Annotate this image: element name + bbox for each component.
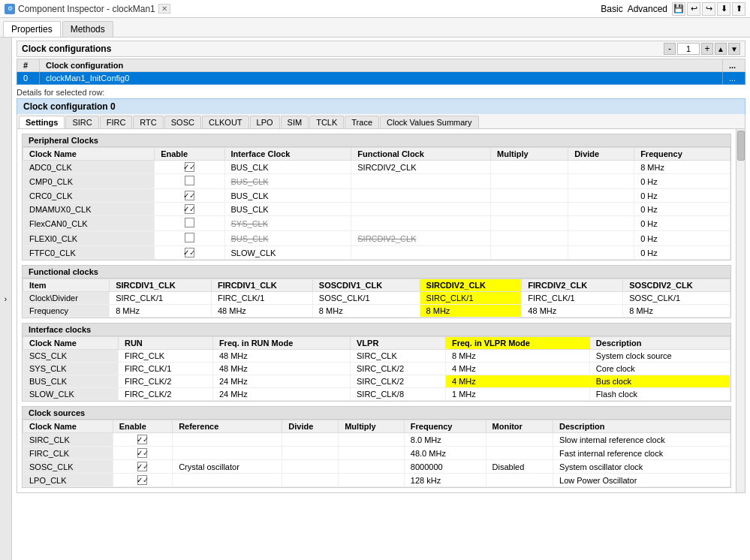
prow-cmp0-interface[interactable]: BUS_CLK [224,174,351,189]
sosc-checkbox[interactable]: ✓ [137,462,147,471]
expand-icon[interactable]: ⬇ [717,2,730,16]
frow-divider-sirc2: SIRC_CLK/1 [420,292,522,305]
prow-flexcan0-enable[interactable] [155,216,224,231]
tab-rtc[interactable]: RTC [133,116,163,128]
prow-adc0-divide [568,161,634,174]
config-row-action[interactable]: ... [723,72,745,85]
prow-adc0: ADC0_CLK ✓ BUS_CLK SIRCDIV2_CLK 8 MHz [23,161,730,174]
prow-adc0-enable[interactable]: ✓ [155,161,224,174]
basic-button[interactable]: Basic [601,4,622,14]
sirc-checkbox[interactable]: ✓ [137,435,147,444]
prow-crc0-freq: 0 Hz [634,189,730,203]
prow-flexcan0-freq: 0 Hz [634,216,730,231]
config-row-name: clockMan1_InitConfig0 [40,72,723,85]
irow-bus-name: BUS_CLK [23,375,119,388]
prow-cmp0-enable[interactable] [155,174,224,189]
clock-config-title: Clock configurations [22,44,664,54]
prow-dmamux0-interface[interactable]: BUS_CLK [224,203,351,216]
frow-freq-firc1: 48 MHz [211,305,312,318]
collapse-icon[interactable]: ⬆ [732,2,745,16]
nav-plus[interactable]: + [701,43,713,55]
prow-flexi0-enable[interactable] [155,231,224,246]
adc0-checkbox[interactable]: ✓ [185,162,194,172]
nav-minus[interactable]: - [664,43,676,55]
prow-cmp0-multiply [491,174,568,189]
toolbar-icons: 💾 ↩ ↪ ⬇ ⬆ [672,2,745,16]
tab-clock-values[interactable]: Clock Values Summary [380,116,479,128]
undo-icon[interactable]: ↩ [687,2,700,16]
flexi0-checkbox[interactable] [185,233,194,242]
srow-firc-enable[interactable]: ✓ [113,447,172,460]
prow-crc0-multiply [491,189,568,203]
irow-slow-run: FIRC_CLK/2 [118,388,212,401]
irow-bus-vlprfreq: 4 MHz [445,375,589,388]
lpo-checkbox[interactable]: ✓ [137,475,147,485]
srow-lpo-enable[interactable]: ✓ [113,474,172,487]
config-row-0[interactable]: 0 clockMan1_InitConfig0 ... [17,72,745,85]
prow-ftfc0-interface[interactable]: SLOW_CLK [224,246,351,260]
prow-adc0-interface[interactable]: BUS_CLK [224,161,351,174]
srow-sirc-desc: Slow internal reference clock [553,433,730,447]
prow-crc0-interface[interactable]: BUS_CLK [224,189,351,203]
tab-sirc[interactable]: SIRC [65,116,98,128]
cmp0-checkbox[interactable] [185,176,194,185]
tab-lpo[interactable]: LPO [250,116,280,128]
tab-clkout[interactable]: CLKOUT [202,116,249,128]
dmamux0-checkbox[interactable]: ✓ [185,204,194,214]
frow-divider-sosc1: SOSC_CLK/1 [312,292,420,305]
interface-clocks-section: Interface clocks Clock Name RUN Freq. in… [22,323,731,402]
srow-sosc-ref[interactable]: Crystal oscillator [173,460,282,474]
prow-flexi0-freq: 0 Hz [634,231,730,246]
irow-bus-runfreq: 24 MHz [212,375,350,388]
flexcan0-checkbox[interactable] [185,218,194,227]
nav-down[interactable]: ▼ [728,43,740,55]
scol-divide: Divide [282,420,339,433]
irow-slow-desc: Flash clock [589,388,730,401]
prow-flexcan0-interface[interactable]: SYS_CLK [224,216,351,231]
prow-cmp0-divide [568,174,634,189]
srow-sirc-enable[interactable]: ✓ [113,433,172,447]
tab-settings[interactable]: Settings [19,116,65,128]
redo-icon[interactable]: ↪ [702,2,715,16]
prow-ftfc0-enable[interactable]: ✓ [155,246,224,260]
left-panel-toggle[interactable]: › [0,38,12,560]
crc0-checkbox[interactable]: ✓ [185,191,194,200]
title-close-icon[interactable]: ✕ [158,4,170,14]
prow-crc0-enable[interactable]: ✓ [155,189,224,203]
tab-firc[interactable]: FIRC [100,116,133,128]
irow-sys-name: SYS_CLK [23,363,119,375]
prow-flexi0-interface[interactable]: BUS_CLK [224,231,351,246]
frow-freq-sosc2: 8 MHz [623,305,730,318]
srow-lpo-multiply [339,474,405,487]
irow-scs-desc: System clock source [589,350,730,363]
fcol-fircdiv2: FIRCDIV2_CLK [522,279,623,292]
tab-sim[interactable]: SIM [281,116,309,128]
irow-sys-runfreq: 48 MHz [212,363,350,375]
ftfc0-checkbox[interactable]: ✓ [185,248,194,257]
clock-config-table: # Clock configuration ... 0 clockMan1_In… [17,59,745,85]
prow-dmamux0-functional [351,203,491,216]
prow-adc0-functional[interactable]: SIRCDIV2_CLK [351,161,491,174]
scol-monitor: Monitor [486,420,553,433]
nav-up[interactable]: ▲ [715,43,727,55]
prow-dmamux0-enable[interactable]: ✓ [155,203,224,216]
frow-freq-sirc2: 8 MHz [420,305,522,318]
irow-slow: SLOW_CLK FIRC_CLK/2 24 MHz SIRC_CLK/8 1 … [23,388,730,401]
peripheral-clocks-section: Peripheral Clocks Clock Name Enable Inte… [22,134,731,260]
srow-firc: FIRC_CLK ✓ 48.0 MHz Fast internal refere… [23,447,730,460]
scrollbar[interactable] [736,129,745,492]
tab-properties[interactable]: Properties [3,21,61,37]
tab-sosc[interactable]: SOSC [164,116,201,128]
prow-cmp0: CMP0_CLK BUS_CLK 0 Hz [23,174,730,189]
irow-bus: BUS_CLK FIRC_CLK/2 24 MHz SIRC_CLK/2 4 M… [23,375,730,388]
firc-checkbox[interactable]: ✓ [137,448,147,458]
srow-sosc-enable[interactable]: ✓ [113,460,172,474]
frow-divider-sosc2: SOSC_CLK/1 [623,292,730,305]
tab-methods[interactable]: Methods [62,21,113,37]
nav-number[interactable] [677,43,700,55]
save-icon[interactable]: 💾 [672,2,685,16]
tab-tclk[interactable]: TCLK [309,116,344,128]
advanced-button[interactable]: Advanced [628,4,667,14]
tab-trace[interactable]: Trace [345,116,379,128]
prow-flexi0-functional[interactable]: SIRCDIV2_CLK [351,231,491,246]
